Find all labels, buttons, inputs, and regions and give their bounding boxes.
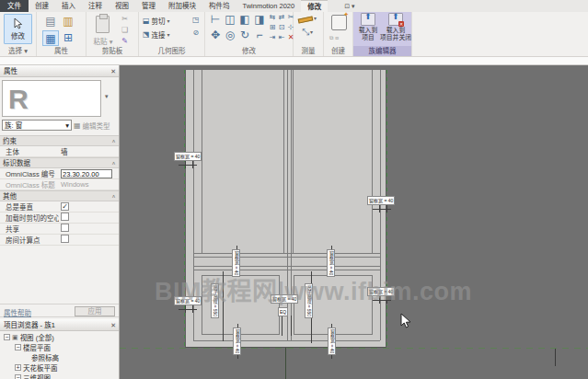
collapse-expander-icon[interactable]: − <box>4 334 10 340</box>
group-geometry: ⬓ 剪切 ▾ ⬔ 连接 ▾ ◳ ⊘ 几何图形 <box>139 12 205 56</box>
join-geometry-button[interactable]: ⬔ 连接 ▾ <box>143 29 170 40</box>
dimension-label[interactable]: 窗框宽 = 40 <box>174 152 202 161</box>
revit-family-editor-window: 文件 创建 插入 注释 视图 管理 附加模块 构件坞 Twinmotion 20… <box>0 0 588 379</box>
paste-icon[interactable] <box>96 16 110 33</box>
dimension-label[interactable]: 窗框宽 = 40 <box>367 196 395 205</box>
move-icon[interactable]: ✥ <box>208 29 223 44</box>
collapse-expander-icon[interactable]: − <box>15 344 21 350</box>
host-value[interactable]: 墙 <box>59 146 119 156</box>
match-type-icon[interactable]: ✎ <box>121 37 128 46</box>
properties-help-link[interactable]: 属性帮助 <box>4 307 31 317</box>
load-into-project-close-button[interactable]: 载入到 项目并关闭 <box>379 13 412 41</box>
create-similar-icon[interactable]: ⧉ <box>329 33 333 42</box>
wall-joins-icon[interactable]: ◳ <box>192 16 200 25</box>
tab-insert[interactable]: 插入 <box>55 0 82 12</box>
tree-item-ref-level[interactable]: 参照标高 <box>0 352 119 362</box>
panel-box-icon: ⊡ <box>344 3 350 9</box>
paste-button[interactable]: 粘贴 ▾ <box>86 36 120 46</box>
load-into-project-icon <box>361 13 375 26</box>
trim-extend-icon[interactable]: ⇆ <box>268 13 277 23</box>
tab-twinmotion[interactable]: Twinmotion 2020 <box>236 0 302 12</box>
tab-file[interactable]: 文件 <box>0 0 29 12</box>
copy-to-clipboard-icon[interactable]: ❏ <box>121 26 128 35</box>
mirror-pick-axis-icon[interactable]: ◧ <box>237 13 252 29</box>
shared-checkbox[interactable] <box>61 224 69 232</box>
trim-extend-multiple-icon[interactable]: ⇤ <box>277 33 286 43</box>
create-assembly-icon[interactable]: ⧈ <box>335 33 339 42</box>
dimension-tick <box>192 161 193 168</box>
family-types-icon[interactable]: ⊞ <box>60 30 76 46</box>
tree-item-floor-plans[interactable]: − 楼层平面 <box>0 342 119 352</box>
preview-dropdown-icon[interactable]: ▾ <box>105 93 109 100</box>
align-icon[interactable]: ⊢ <box>208 13 223 29</box>
type-preview-image[interactable]: R <box>2 80 101 117</box>
eq-dimension-label[interactable]: EQ <box>278 307 288 316</box>
dimension-label-vertical[interactable]: 窗框宽 = 40 <box>233 327 241 355</box>
tab-bimdock[interactable]: 构件坞 <box>202 0 236 12</box>
center-reference-line[interactable] <box>285 348 286 379</box>
properties-palette-icon[interactable]: ▦ <box>42 30 59 46</box>
room-calc-point-checkbox[interactable] <box>61 235 69 243</box>
chevron-down-icon: ▾ <box>314 15 317 21</box>
ribbon: 修改 选择 ▾ ▤ ▥ ▦ ⊞ 属性 粘贴 ▾ ✂ <box>0 12 588 57</box>
reference-line-elbow[interactable] <box>555 349 556 366</box>
apply-button[interactable]: 应用 <box>75 306 115 316</box>
cut-geometry-button[interactable]: ⬓ 剪切 ▾ <box>143 15 170 27</box>
tab-view[interactable]: 视图 <box>109 0 135 12</box>
properties-title-label: 属性 <box>4 67 17 75</box>
close-icon[interactable]: ✕ <box>110 65 116 77</box>
tab-annotate[interactable]: 注释 <box>82 0 109 12</box>
section-identity-data[interactable]: 标识数据 ᴧ <box>0 157 119 168</box>
tree-item-3d-views[interactable]: − 三维视图 <box>0 373 119 379</box>
frame-line <box>372 70 373 253</box>
create-group-icon[interactable] <box>331 15 347 30</box>
always-vertical-checkbox[interactable]: ✓ <box>61 202 69 211</box>
tab-manage[interactable]: 管理 <box>135 0 162 12</box>
group-modify-tools: ⊢ ◫ ◧ ◨ ✥ ◎ ↻ ⌐ ⇆ ⇄ ✂ ⊞ ⊡ ⊹ ⇥ ⇤ ✕ 修改 <box>205 12 294 56</box>
section-other[interactable]: 其他 ᴧ <box>0 190 119 201</box>
drawing-canvas[interactable]: 窗框宽 = 40 窗框宽 = 40 窗框宽 = 40 窗框宽 = 40 窗框宽 … <box>120 65 588 379</box>
dimension-tick <box>386 205 387 212</box>
cut-voids-checkbox[interactable] <box>61 212 69 221</box>
left-panel: 属性 ✕ R ▾ 族: 窗 ▾ ▦ 编辑类型 约束 ᴧ 主体 墙 <box>0 65 120 379</box>
close-icon[interactable]: ✕ <box>110 319 116 331</box>
tree-item-views[interactable]: − ▣ 视图 (全部) <box>0 332 119 342</box>
edit-type-button[interactable]: ▦ 编辑类型 <box>74 120 110 132</box>
offset-icon[interactable]: ◫ <box>223 13 237 29</box>
tab-addins[interactable]: 附加模块 <box>162 0 202 12</box>
section-constraints[interactable]: 约束 ᴧ <box>0 135 119 146</box>
omniclass-number-input[interactable]: 23.30.20.00 <box>61 169 112 178</box>
cut-to-clipboard-icon[interactable]: ✂ <box>121 15 128 24</box>
modify-tool-button[interactable]: 修改 <box>4 14 32 44</box>
copy-icon[interactable]: ◎ <box>223 29 237 44</box>
tree-item-ceiling-plans[interactable]: + 天花板平面 <box>0 362 119 373</box>
load-into-project-button[interactable]: 载入到 项目 <box>355 13 381 41</box>
array-icon[interactable]: ⊞ <box>268 23 277 33</box>
dimension-label-vertical[interactable]: 窗框宽 = 40 <box>328 327 336 355</box>
tab-create[interactable]: 创建 <box>29 0 55 12</box>
collapse-expander-icon[interactable]: − <box>15 374 21 379</box>
family-category-icon[interactable]: ▤ <box>42 14 59 29</box>
edit-type-icon: ▦ <box>74 121 81 130</box>
family-type-selector[interactable]: 族: 窗 ▾ <box>2 120 72 131</box>
group-label-select[interactable]: 选择 ▾ <box>0 46 36 56</box>
scale-icon[interactable]: ⊡ <box>277 23 286 33</box>
views-icon: ▣ <box>12 334 18 341</box>
split-element-icon[interactable]: ⇄ <box>277 13 286 23</box>
family-selector-value: 族: 窗 <box>5 121 22 130</box>
unjoin-geometry-icon[interactable]: ⊘ <box>192 29 200 38</box>
load-close-label-1: 载入到 <box>380 27 411 34</box>
tab-modify-selected[interactable]: 修改 <box>301 0 328 12</box>
family-types-folder-icon[interactable]: ▥ <box>60 14 76 29</box>
aligned-dimension-button[interactable]: ⤡ ▾ <box>302 25 313 39</box>
measure-button[interactable]: ▾ <box>298 14 317 22</box>
dimension-icon: ⤡ <box>302 25 309 39</box>
mirror-draw-axis-icon[interactable]: ◨ <box>252 13 267 29</box>
trim-extend-single-icon[interactable]: ⇥ <box>268 33 277 43</box>
trim-corner-icon[interactable]: ⌐ <box>252 29 267 44</box>
group-label-create: 创建 <box>324 46 352 56</box>
reference-level-line[interactable] <box>120 348 588 349</box>
chevron-down-icon: ▾ <box>65 121 69 130</box>
rotate-icon[interactable]: ↻ <box>237 29 252 44</box>
collapse-expander-icon[interactable]: + <box>15 364 21 371</box>
